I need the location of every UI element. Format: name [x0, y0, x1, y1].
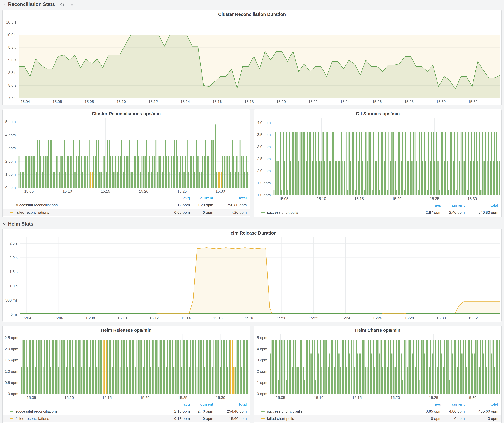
bar-success: [447, 161, 448, 195]
panel-title[interactable]: Cluster Reconciliations ops/min: [3, 110, 250, 118]
bar-success: [216, 172, 217, 188]
bar-success: [411, 161, 413, 195]
series-label[interactable]: successful reconciliations: [15, 409, 162, 413]
bar-success: [427, 340, 428, 394]
legend-col-avg[interactable]: avg: [413, 203, 441, 208]
bar-success: [169, 340, 170, 394]
bar-success: [110, 156, 111, 188]
bar-success: [195, 340, 196, 394]
helm-charts-chart[interactable]: 5 opm4 opm3 opm2 opm1 opm0 opm15:0515:10…: [254, 334, 501, 401]
plot-area[interactable]: [270, 334, 500, 394]
bar-success: [393, 132, 394, 195]
bar-success: [494, 132, 495, 195]
bar-success: [205, 140, 206, 188]
bar-success: [72, 340, 73, 394]
legend-col-total[interactable]: total: [213, 196, 247, 200]
panel-git-sources-opm: Git Sources ops/min 4.0 opm3.5 opm3.0 op…: [254, 109, 502, 217]
bar-success: [238, 340, 239, 394]
panel-title[interactable]: Cluster Reconciliation Duration: [3, 10, 501, 18]
bar-success: [441, 132, 442, 195]
legend-col-current[interactable]: current: [441, 402, 465, 406]
plot-area[interactable]: [21, 334, 249, 394]
git-sources-chart[interactable]: 4.0 opm3.5 opm3.0 opm2.5 opm2.0 opm1.5 o…: [254, 118, 501, 202]
cluster-reconciliations-chart[interactable]: 5 opm4 opm3 opm2 opm1 opm0 opm15:0515:10…: [3, 118, 250, 195]
series-label[interactable]: failed chart pulls: [267, 417, 413, 421]
stat-total: 346.80 opm: [465, 210, 498, 215]
legend-col-current[interactable]: current: [441, 203, 465, 208]
legend-col-avg[interactable]: avg: [162, 402, 190, 406]
bar-success: [152, 156, 154, 188]
legend-col-total[interactable]: total: [465, 203, 498, 208]
series-label[interactable]: successful git pulls: [267, 210, 413, 215]
section-header-helm-stats[interactable]: Helm Stats: [2, 220, 502, 228]
x-tick-label: 15:14: [175, 316, 197, 320]
bar-success: [295, 132, 296, 195]
bar-success: [318, 132, 319, 195]
gear-icon[interactable]: [60, 2, 65, 6]
panel-title[interactable]: Helm Release Duration: [3, 229, 501, 237]
legend-col-total[interactable]: total: [213, 402, 247, 406]
bar-success: [121, 340, 122, 394]
bar-success: [424, 132, 425, 195]
bar-success: [340, 367, 341, 394]
bar-success: [134, 156, 135, 188]
panel-title[interactable]: Helm Charts ops/min: [254, 326, 501, 334]
bar-success: [455, 132, 456, 195]
legend-col-current[interactable]: current: [190, 402, 213, 406]
bar-success: [475, 340, 477, 394]
bar-success: [474, 353, 475, 394]
stat-current: 1.20 opm: [190, 203, 213, 207]
legend-col-avg[interactable]: avg: [162, 196, 190, 200]
bar-success: [407, 367, 408, 394]
bar-success: [276, 340, 277, 394]
stat-total: 254.40 opm: [213, 409, 247, 413]
cluster-reconciliation-duration-chart[interactable]: 10.5 s10.0 s9.5 s9.0 s8.5 s8.0 s7.5 s15:…: [3, 18, 501, 105]
plot-area[interactable]: [18, 118, 249, 188]
x-tick-label: 15:14: [174, 100, 196, 104]
plot-area[interactable]: [19, 18, 500, 98]
bar-success: [338, 161, 339, 195]
y-tick-label: 500 ms: [3, 298, 18, 302]
helm-release-duration-chart[interactable]: 2.5 s2.0 s1.5 s1.0 s500 ms0 ns15:0415:06…: [3, 237, 501, 322]
plot-area[interactable]: [273, 118, 500, 195]
helm-releases-chart[interactable]: 2.5 opm2.0 opm1.5 opm1.0 opm0.5 opm0 opm…: [3, 334, 250, 401]
bar-success: [272, 340, 273, 394]
trash-icon[interactable]: [70, 2, 74, 6]
series-label[interactable]: successful reconciliations: [15, 203, 162, 207]
bar-success: [129, 340, 130, 394]
bar-success: [56, 156, 57, 188]
bar-success: [433, 132, 434, 195]
legend-row: successful chart pulls 3.85 opm 4.80 opm…: [254, 408, 501, 415]
bar-success: [64, 340, 65, 394]
stat-total: 7.20 opm: [213, 210, 247, 215]
bar-success: [117, 172, 118, 188]
section-header-reconciliation-stats[interactable]: Reconciliation Stats: [2, 0, 502, 9]
series-label[interactable]: failed reconciliations: [15, 210, 162, 215]
legend-col-total[interactable]: total: [465, 402, 498, 406]
bar-success: [107, 140, 108, 188]
bar-success: [422, 340, 424, 394]
bar-success: [240, 340, 241, 394]
panel-title[interactable]: Git Sources ops/min: [254, 110, 501, 118]
bar-success: [413, 132, 414, 195]
x-tick-label: 15:26: [366, 100, 388, 104]
y-tick-label: 2.5 opm: [3, 336, 18, 340]
bar-success: [474, 132, 475, 195]
bar-success: [486, 161, 488, 195]
bar-success: [121, 140, 122, 188]
legend-col-current[interactable]: current: [190, 196, 213, 200]
panel-title[interactable]: Helm Releases ops/min: [3, 326, 250, 334]
bar-success: [444, 161, 445, 195]
y-tick-label: 2 opm: [254, 369, 267, 374]
bar-success: [332, 132, 333, 195]
x-tick-label: 15:06: [46, 100, 68, 104]
plot-area[interactable]: [20, 237, 500, 314]
x-tick-label: 15:25: [424, 197, 445, 201]
bar-success: [87, 156, 88, 188]
legend-col-avg[interactable]: avg: [413, 402, 441, 406]
bar-success: [343, 340, 344, 394]
series-label[interactable]: successful chart pulls: [267, 409, 413, 413]
series-color-dash: [10, 411, 13, 412]
series-label[interactable]: failed reconciliations: [15, 417, 162, 421]
bar-success: [484, 161, 485, 195]
